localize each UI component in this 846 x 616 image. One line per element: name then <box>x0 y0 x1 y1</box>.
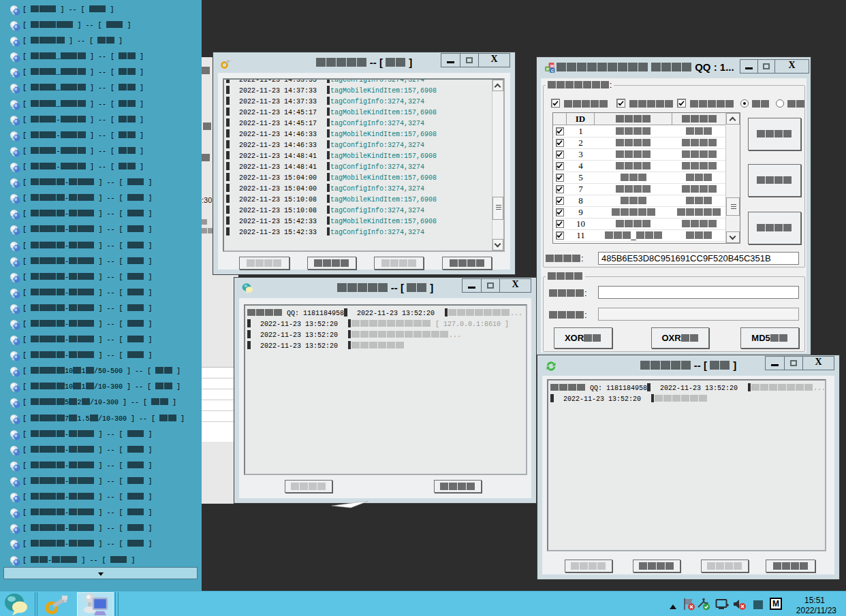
svg-text:C: C <box>551 69 554 73</box>
svg-text:M: M <box>550 64 554 68</box>
svg-text:P: P <box>546 67 549 71</box>
